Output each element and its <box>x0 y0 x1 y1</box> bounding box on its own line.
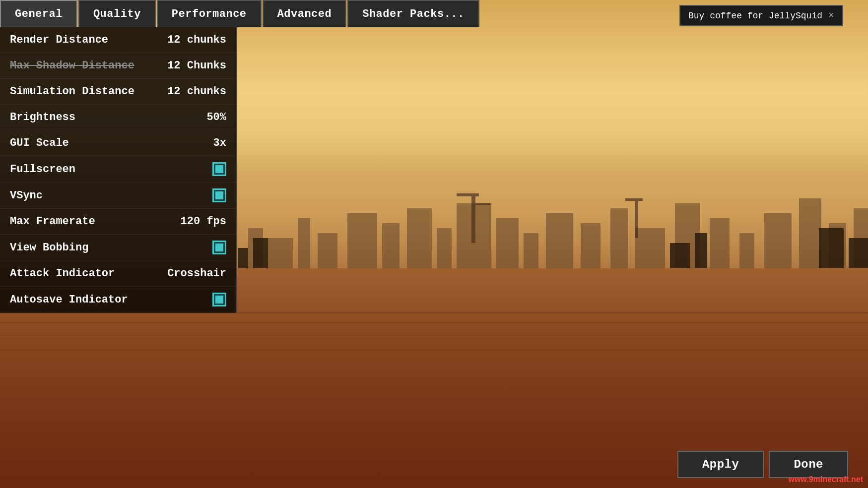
setting-value-attack-indicator: Crosshair <box>167 267 226 280</box>
setting-value-render-distance: 12 chunks <box>167 34 226 46</box>
tab-general[interactable]: General <box>0 0 77 27</box>
setting-attack-indicator[interactable]: Attack Indicator Crosshair <box>0 261 236 287</box>
notification-banner: Buy coffee for JellySquid × <box>679 5 843 26</box>
svg-rect-24 <box>475 203 490 205</box>
setting-label-max-framerate: Max Framerate <box>10 215 95 228</box>
apply-button[interactable]: Apply <box>677 451 764 478</box>
setting-max-shadow-distance[interactable]: Max Shadow Distance 12 Chunks <box>0 53 236 79</box>
setting-label-attack-indicator: Attack Indicator <box>10 267 115 280</box>
setting-label-view-bobbing: View Bobbing <box>10 242 88 254</box>
setting-label-fullscreen: Fullscreen <box>10 163 75 176</box>
setting-max-framerate[interactable]: Max Framerate 120 fps <box>0 209 236 235</box>
bottom-buttons: Apply Done <box>677 451 848 478</box>
setting-fullscreen[interactable]: Fullscreen <box>0 156 236 183</box>
svg-rect-26 <box>625 198 643 201</box>
setting-value-max-shadow-distance: 12 Chunks <box>167 60 226 72</box>
settings-panel: Render Distance 12 chunks Max Shadow Dis… <box>0 27 237 313</box>
setting-autosave-indicator[interactable]: Autosave Indicator <box>0 287 236 313</box>
tab-performance[interactable]: Performance <box>157 0 262 27</box>
setting-checkbox-fullscreen[interactable] <box>212 162 226 176</box>
setting-gui-scale[interactable]: GUI Scale 3x <box>0 130 236 156</box>
setting-value-gui-scale: 3x <box>213 137 226 149</box>
notification-text: Buy coffee for JellySquid <box>688 11 822 21</box>
svg-rect-22 <box>471 193 475 243</box>
setting-checkbox-view-bobbing[interactable] <box>212 241 226 254</box>
setting-checkbox-vsync[interactable] <box>212 188 226 202</box>
setting-checkbox-autosave-indicator[interactable] <box>212 293 226 306</box>
setting-label-brightness: Brightness <box>10 111 75 123</box>
svg-rect-25 <box>635 198 638 238</box>
watermark: www.9minecraft.net <box>788 475 863 484</box>
setting-label-render-distance: Render Distance <box>10 34 108 46</box>
tab-advanced[interactable]: Advanced <box>263 0 347 27</box>
svg-rect-23 <box>457 193 479 196</box>
setting-vsync[interactable]: VSync <box>0 183 236 209</box>
setting-simulation-distance[interactable]: Simulation Distance 12 chunks <box>0 79 236 105</box>
setting-value-brightness: 50% <box>206 111 226 123</box>
tab-shader-packs[interactable]: Shader Packs... <box>347 0 479 27</box>
close-notification-button[interactable]: × <box>828 10 834 21</box>
setting-value-max-framerate: 120 fps <box>181 215 226 228</box>
setting-label-max-shadow-distance: Max Shadow Distance <box>10 60 134 72</box>
setting-value-simulation-distance: 12 chunks <box>167 85 226 98</box>
setting-brightness[interactable]: Brightness 50% <box>0 105 236 130</box>
setting-render-distance[interactable]: Render Distance 12 chunks <box>0 27 236 53</box>
done-button[interactable]: Done <box>769 451 848 478</box>
setting-label-simulation-distance: Simulation Distance <box>10 85 134 98</box>
setting-label-vsync: VSync <box>10 189 43 202</box>
tab-quality[interactable]: Quality <box>78 0 156 27</box>
setting-label-autosave-indicator: Autosave Indicator <box>10 294 128 306</box>
setting-label-gui-scale: GUI Scale <box>10 137 69 149</box>
setting-view-bobbing[interactable]: View Bobbing <box>0 235 236 261</box>
